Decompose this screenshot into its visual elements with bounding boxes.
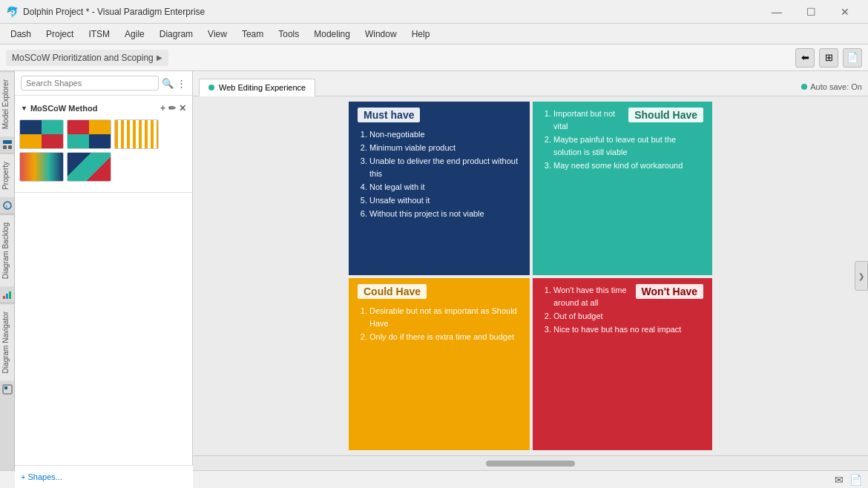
svg-rect-2 [8, 145, 12, 149]
menu-view[interactable]: View [200, 26, 234, 42]
status-email-icon[interactable]: ✉ [835, 474, 844, 486]
quadrant-wont-have: Won't Have Won't have this time around a… [533, 278, 712, 450]
moscow-diagram: Must have Non-negotiable Minimum viable … [349, 102, 712, 450]
main-layout: Model Explorer Property i Diagram Backlo… [0, 71, 868, 470]
breadcrumb-label: MoSCoW Prioritization and Scoping [12, 53, 154, 63]
sidebar-icon-1[interactable] [0, 136, 14, 154]
toolbar-layout-icon[interactable]: ⊞ [819, 48, 838, 67]
shape-thumb-4[interactable] [19, 152, 64, 182]
search-input[interactable] [21, 76, 159, 90]
wont-item-3: Nice to have but has no real impact [553, 323, 703, 336]
library-controls: + ✏ ✕ [160, 103, 186, 113]
sidebar-icon-4[interactable] [0, 381, 14, 398]
maximize-button[interactable]: ☐ [794, 0, 828, 24]
toolbar: MoSCoW Prioritization and Scoping ▶ ⬅ ⊞ … [0, 44, 868, 71]
sidebar-tab-diagram-backlog[interactable]: Diagram Backlog [0, 214, 14, 286]
must-item-5: Unsafe without it [369, 194, 521, 207]
should-item-3: May need some kind of workaround [553, 159, 703, 172]
quadrant-should-have: Should Have Important but not vital Mayb… [533, 102, 712, 275]
could-have-title: Could Have [364, 286, 421, 297]
status-doc-icon[interactable]: 📄 [849, 474, 862, 486]
shape-thumb-1[interactable] [19, 119, 64, 149]
tab-label: Web Editing Experience [219, 83, 306, 92]
search-bar: 🔍 ⋮ [15, 71, 192, 96]
library-delete-icon[interactable]: ✕ [179, 103, 186, 113]
library-edit-icon[interactable]: ✏ [168, 103, 176, 113]
library-add-icon[interactable]: + [160, 103, 165, 113]
title-bar: 🐬 Dolphin Project * - Visual Paradigm En… [0, 0, 868, 24]
should-have-title: Should Have [634, 109, 697, 121]
menu-modeling[interactable]: Modeling [306, 26, 358, 42]
tab-dot-icon [208, 85, 214, 90]
quadrant-could-have: Could Have Desirable but not as importan… [349, 278, 530, 450]
svg-rect-7 [9, 291, 11, 299]
panel-divider [15, 192, 192, 193]
scrollbar-area[interactable] [193, 455, 868, 470]
diagram-tab-web-editing[interactable]: Web Editing Experience [199, 79, 315, 96]
svg-rect-0 [3, 140, 12, 144]
breadcrumb[interactable]: MoSCoW Prioritization and Scoping ▶ [6, 50, 168, 66]
must-have-title: Must have [364, 109, 414, 121]
library-header[interactable]: ▼ MoSCoW Method + ✏ ✕ [19, 100, 188, 116]
library-name: MoSCoW Method [30, 104, 97, 113]
could-item-2: Only do if there is extra time and budge… [369, 331, 521, 343]
panel-collapse-handle[interactable]: ❯ [855, 261, 868, 291]
shape-thumb-3[interactable] [114, 119, 159, 149]
search-icon[interactable]: 🔍 [162, 78, 174, 89]
window-controls: — ☐ ✕ [760, 0, 862, 24]
shape-thumbnails [19, 116, 188, 185]
wont-have-title: Won't Have [642, 286, 697, 297]
menu-tools[interactable]: Tools [271, 26, 306, 42]
menu-itsm[interactable]: ITSM [81, 26, 117, 42]
svg-rect-5 [3, 296, 5, 299]
sidebar-icon-3[interactable] [0, 286, 14, 303]
menu-diagram[interactable]: Diagram [152, 26, 200, 42]
menu-bar: Dash Project ITSM Agile Diagram View Tea… [0, 24, 868, 44]
menu-project[interactable]: Project [39, 26, 81, 42]
scrollbar-thumb[interactable] [486, 461, 575, 466]
shapes-footer: + Shapes... [15, 465, 193, 488]
minimize-button[interactable]: — [760, 0, 794, 24]
sidebar-tab-diagram-navigator[interactable]: Diagram Navigator [0, 303, 14, 380]
sidebar-icon-2[interactable]: i [0, 197, 14, 214]
must-item-2: Minimum viable product [369, 142, 521, 154]
library-arrow-icon: ▼ [21, 105, 27, 112]
must-have-list: Non-negotiable Minimum viable product Un… [358, 128, 521, 220]
toolbar-right: ⬅ ⊞ 📄 [795, 48, 862, 67]
could-have-title-box: Could Have [358, 284, 427, 299]
svg-rect-6 [6, 294, 8, 299]
could-item-1: Desirable but not as important as Should… [369, 305, 521, 330]
menu-team[interactable]: Team [234, 26, 271, 42]
shapes-panel: 🔍 ⋮ ▼ MoSCoW Method + ✏ ✕ [15, 71, 193, 470]
should-have-title-box: Should Have [628, 108, 703, 122]
toolbar-page-icon[interactable]: 📄 [843, 48, 862, 67]
diagram-tab-bar: Web Editing Experience Auto save: On [193, 71, 868, 96]
menu-help[interactable]: Help [404, 26, 438, 42]
svg-text:i: i [6, 203, 7, 210]
must-item-4: Not legal with it [369, 181, 521, 194]
menu-agile[interactable]: Agile [117, 26, 152, 42]
svg-rect-1 [3, 145, 7, 149]
shape-thumb-5[interactable] [67, 152, 111, 182]
toolbar-back-icon[interactable]: ⬅ [795, 48, 815, 67]
could-have-list: Desirable but not as important as Should… [358, 305, 521, 343]
shapes-link[interactable]: + Shapes... [21, 472, 62, 481]
autosave-indicator: Auto save: On [801, 82, 862, 96]
menu-dash[interactable]: Dash [3, 26, 39, 42]
quadrant-must-have: Must have Non-negotiable Minimum viable … [349, 102, 530, 275]
menu-window[interactable]: Window [358, 26, 404, 42]
must-item-1: Non-negotiable [369, 128, 521, 141]
autosave-dot-icon [801, 84, 807, 90]
wont-item-2: Out of budget [553, 310, 703, 323]
canvas[interactable]: Must have Non-negotiable Minimum viable … [193, 96, 868, 455]
svg-rect-9 [4, 386, 7, 389]
panel-menu-icon[interactable]: ⋮ [177, 78, 186, 89]
breadcrumb-arrow-icon: ▶ [157, 53, 162, 62]
must-have-title-box: Must have [358, 108, 420, 122]
sidebar-tab-property[interactable]: Property [0, 154, 14, 197]
sidebar-tab-model-explorer[interactable]: Model Explorer [0, 71, 14, 136]
title-bar-title: Dolphin Project * - Visual Paradigm Ente… [23, 7, 760, 17]
shape-library: ▼ MoSCoW Method + ✏ ✕ [15, 96, 192, 189]
shape-thumb-2[interactable] [67, 119, 111, 149]
close-button[interactable]: ✕ [828, 0, 862, 24]
